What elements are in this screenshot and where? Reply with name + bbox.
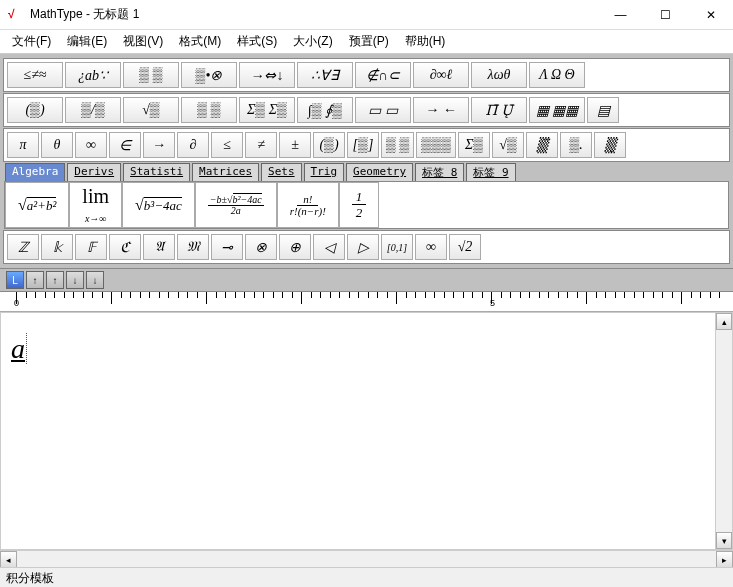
expr-sqrt-b3[interactable]: √b³−4ac bbox=[122, 182, 195, 228]
pi-button[interactable]: π bbox=[7, 132, 39, 158]
product-template[interactable]: Π̄ Ų̄ bbox=[471, 97, 527, 123]
scroll-left-button[interactable]: ◂ bbox=[0, 551, 17, 568]
matrix-button[interactable]: ▒▒▒ bbox=[416, 132, 456, 158]
infinity2-button[interactable]: ∞ bbox=[415, 234, 447, 260]
frakF-button[interactable]: 𝔽 bbox=[75, 234, 107, 260]
otimes-button[interactable]: ⊗ bbox=[245, 234, 277, 260]
scroll-up-button[interactable]: ▴ bbox=[716, 313, 732, 330]
expr-half[interactable]: 12 bbox=[339, 182, 380, 228]
box-template[interactable]: ▤ bbox=[587, 97, 619, 123]
bbk-button[interactable]: 𝕜 bbox=[41, 234, 73, 260]
expr-limit[interactable]: limx→∞ bbox=[69, 182, 122, 228]
triangleright-button[interactable]: ▷ bbox=[347, 234, 379, 260]
sqrt-button[interactable]: √▒ bbox=[492, 132, 524, 158]
overbar-button[interactable]: ▒̅ bbox=[526, 132, 558, 158]
sum-button[interactable]: Σ▒ bbox=[458, 132, 490, 158]
script-button[interactable]: ▒ ▒ bbox=[381, 132, 414, 158]
matrix-template[interactable]: ▦ ▦▦ bbox=[529, 97, 585, 123]
symbol-row-4: ℤ 𝕜 𝔽 ℭ 𝔄 𝔐 ⊸ ⊗ ⊕ ◁ ▷ [0,1] ∞ √2 bbox=[3, 230, 730, 264]
toolbar-area: ≤≠≈ ¿ab∵ ▒ ▒ ▒•⊗ →⇔↓ ∴∀∃ ∉∩⊂ ∂∞ℓ λωθ Λ Ω… bbox=[0, 54, 733, 269]
paren-button[interactable]: (▒) bbox=[313, 132, 345, 158]
bar-template[interactable]: ▭ ▭ bbox=[355, 97, 411, 123]
bracket-button[interactable]: [▒] bbox=[347, 132, 379, 158]
tab-matrices[interactable]: Matrices bbox=[192, 163, 259, 181]
relations-palette[interactable]: ≤≠≈ bbox=[7, 62, 63, 88]
lessequal-button[interactable]: ≤ bbox=[211, 132, 243, 158]
integral-template[interactable]: ∫▒ ∮▒ bbox=[297, 97, 353, 123]
elementof-button[interactable]: ∈ bbox=[109, 132, 141, 158]
scroll-right-button[interactable]: ▸ bbox=[716, 551, 733, 568]
theta-button[interactable]: θ bbox=[41, 132, 73, 158]
spaces-palette[interactable]: ¿ab∵ bbox=[65, 62, 121, 88]
menu-style[interactable]: 样式(S) bbox=[229, 30, 285, 53]
vertical-scrollbar[interactable]: ▴ ▾ bbox=[715, 313, 732, 549]
greek-lower-palette[interactable]: λωθ bbox=[471, 62, 527, 88]
underdot-button[interactable]: ▒̣ bbox=[594, 132, 626, 158]
minimize-button[interactable]: — bbox=[598, 0, 643, 30]
greek-upper-palette[interactable]: Λ Ω Θ bbox=[529, 62, 585, 88]
plusminus-button[interactable]: ± bbox=[279, 132, 311, 158]
interval-button[interactable]: [0,1] bbox=[381, 234, 413, 260]
hscroll-track[interactable] bbox=[17, 551, 716, 567]
tab-derivs[interactable]: Derivs bbox=[67, 163, 121, 181]
horizontal-scrollbar[interactable]: ◂ ▸ bbox=[0, 550, 733, 567]
set-palette[interactable]: ∉∩⊂ bbox=[355, 62, 411, 88]
tabstop-3[interactable]: ↑ bbox=[46, 271, 64, 289]
tab-statisti[interactable]: Statisti bbox=[123, 163, 190, 181]
frakC-button[interactable]: ℭ bbox=[109, 234, 141, 260]
oplus-button[interactable]: ⊕ bbox=[279, 234, 311, 260]
misc-palette[interactable]: ∂∞ℓ bbox=[413, 62, 469, 88]
equation-editor[interactable]: a bbox=[1, 313, 715, 549]
lollipop-button[interactable]: ⊸ bbox=[211, 234, 243, 260]
tab-algebra[interactable]: Algebra bbox=[5, 163, 65, 181]
fence-template[interactable]: (▒) bbox=[7, 97, 63, 123]
operators-palette[interactable]: ▒•⊗ bbox=[181, 62, 237, 88]
expression-tabs: Algebra Derivs Statisti Matrices Sets Tr… bbox=[3, 163, 730, 181]
tabstop-left[interactable]: L bbox=[6, 271, 24, 289]
sum-template[interactable]: Σ▒ Σ▒ bbox=[239, 97, 295, 123]
tab-9[interactable]: 标签 9 bbox=[466, 163, 515, 181]
scroll-down-button[interactable]: ▾ bbox=[716, 532, 732, 549]
frakA-button[interactable]: 𝔄 bbox=[143, 234, 175, 260]
tab-geometry[interactable]: Geometry bbox=[346, 163, 413, 181]
expr-quadratic[interactable]: −b±√b²−4ac2a bbox=[195, 182, 277, 228]
status-bar: 积分模板 bbox=[0, 567, 733, 587]
infinity-button[interactable]: ∞ bbox=[75, 132, 107, 158]
menu-edit[interactable]: 编辑(E) bbox=[59, 30, 115, 53]
arrow-template[interactable]: → ← bbox=[413, 97, 469, 123]
tabstop-5[interactable]: ↓ bbox=[86, 271, 104, 289]
partial-button[interactable]: ∂ bbox=[177, 132, 209, 158]
ruler[interactable]: 0 5 bbox=[0, 292, 733, 312]
scroll-track[interactable] bbox=[716, 330, 732, 532]
tabstop-4[interactable]: ↓ bbox=[66, 271, 84, 289]
menu-size[interactable]: 大小(Z) bbox=[285, 30, 340, 53]
notequal-button[interactable]: ≠ bbox=[245, 132, 277, 158]
triangleleft-button[interactable]: ◁ bbox=[313, 234, 345, 260]
bbZ-button[interactable]: ℤ bbox=[7, 234, 39, 260]
fraction-template[interactable]: ▒/▒ bbox=[65, 97, 121, 123]
tab-sets[interactable]: Sets bbox=[261, 163, 302, 181]
dot-button[interactable]: ▒. bbox=[560, 132, 592, 158]
menu-view[interactable]: 视图(V) bbox=[115, 30, 171, 53]
menu-help[interactable]: 帮助(H) bbox=[397, 30, 454, 53]
tab-trig[interactable]: Trig bbox=[304, 163, 345, 181]
rightarrow-button[interactable]: → bbox=[143, 132, 175, 158]
embellish-palette[interactable]: ▒ ▒ bbox=[123, 62, 179, 88]
expr-binomial[interactable]: n!r!(n−r)! bbox=[277, 182, 339, 228]
subscript-template[interactable]: ▒ ▒ bbox=[181, 97, 237, 123]
sqrt2-button[interactable]: √2 bbox=[449, 234, 481, 260]
expr-sqrt-a2b2[interactable]: √a²+b² bbox=[5, 182, 69, 228]
app-icon: √ bbox=[8, 7, 24, 23]
menu-file[interactable]: 文件(F) bbox=[4, 30, 59, 53]
maximize-button[interactable]: ☐ bbox=[643, 0, 688, 30]
menu-format[interactable]: 格式(M) bbox=[171, 30, 229, 53]
radical-template[interactable]: √▒ bbox=[123, 97, 179, 123]
close-button[interactable]: ✕ bbox=[688, 0, 733, 30]
frakM-button[interactable]: 𝔐 bbox=[177, 234, 209, 260]
arrows-palette[interactable]: →⇔↓ bbox=[239, 62, 295, 88]
menu-preset[interactable]: 预置(P) bbox=[341, 30, 397, 53]
tabstop-2[interactable]: ↑ bbox=[26, 271, 44, 289]
tab-8[interactable]: 标签 8 bbox=[415, 163, 464, 181]
expression-bar: √a²+b² limx→∞ √b³−4ac −b±√b²−4ac2a n!r!(… bbox=[4, 181, 729, 229]
logic-palette[interactable]: ∴∀∃ bbox=[297, 62, 353, 88]
